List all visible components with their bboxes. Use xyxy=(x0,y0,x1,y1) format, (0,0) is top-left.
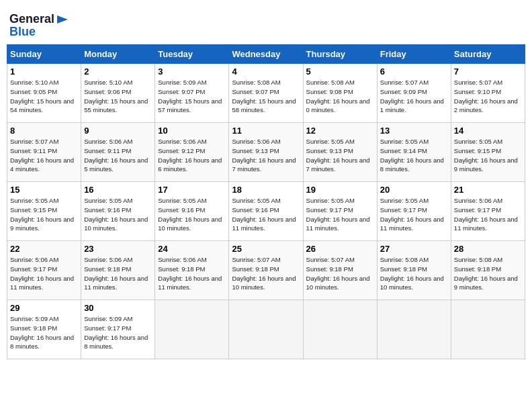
calendar-cell: 15 Sunrise: 5:05 AM Sunset: 9:15 PM Dayl… xyxy=(7,182,81,241)
day-info: Sunrise: 5:06 AM Sunset: 9:18 PM Dayligh… xyxy=(84,255,152,292)
day-info: Sunrise: 5:10 AM Sunset: 9:05 PM Dayligh… xyxy=(10,78,78,115)
day-number: 21 xyxy=(454,185,522,195)
calendar-cell: 29 Sunrise: 5:09 AM Sunset: 9:18 PM Dayl… xyxy=(7,300,81,359)
calendar-cell: 14 Sunrise: 5:05 AM Sunset: 9:15 PM Dayl… xyxy=(451,123,525,182)
day-info: Sunrise: 5:07 AM Sunset: 9:09 PM Dayligh… xyxy=(380,78,448,115)
day-info: Sunrise: 5:05 AM Sunset: 9:17 PM Dayligh… xyxy=(380,196,448,233)
day-number: 30 xyxy=(84,303,152,313)
day-info: Sunrise: 5:06 AM Sunset: 9:13 PM Dayligh… xyxy=(232,137,300,174)
calendar-cell: 18 Sunrise: 5:05 AM Sunset: 9:16 PM Dayl… xyxy=(229,182,303,241)
day-info: Sunrise: 5:08 AM Sunset: 9:08 PM Dayligh… xyxy=(306,78,374,115)
calendar-cell: 9 Sunrise: 5:06 AM Sunset: 9:11 PM Dayli… xyxy=(81,123,155,182)
day-info: Sunrise: 5:07 AM Sunset: 9:10 PM Dayligh… xyxy=(454,78,522,115)
calendar-cell: 6 Sunrise: 5:07 AM Sunset: 9:09 PM Dayli… xyxy=(377,64,451,123)
day-number: 17 xyxy=(158,185,226,195)
day-number: 3 xyxy=(158,66,226,77)
calendar-cell: 28 Sunrise: 5:08 AM Sunset: 9:18 PM Dayl… xyxy=(451,241,525,300)
calendar-cell: 2 Sunrise: 5:10 AM Sunset: 9:06 PM Dayli… xyxy=(81,64,155,123)
calendar-cell: 21 Sunrise: 5:06 AM Sunset: 9:17 PM Dayl… xyxy=(451,182,525,241)
day-number: 8 xyxy=(10,126,78,136)
day-number: 29 xyxy=(10,303,78,313)
day-number: 4 xyxy=(232,66,300,77)
day-info: Sunrise: 5:06 AM Sunset: 9:17 PM Dayligh… xyxy=(10,255,78,292)
day-info: Sunrise: 5:08 AM Sunset: 9:07 PM Dayligh… xyxy=(232,78,300,115)
calendar-cell: 19 Sunrise: 5:05 AM Sunset: 9:17 PM Dayl… xyxy=(303,182,377,241)
logo-general: General xyxy=(9,12,54,26)
calendar-cell: 30 Sunrise: 5:09 AM Sunset: 9:17 PM Dayl… xyxy=(81,300,155,359)
calendar-cell: 24 Sunrise: 5:06 AM Sunset: 9:18 PM Dayl… xyxy=(155,241,229,300)
day-number: 12 xyxy=(306,126,374,136)
calendar-cell: 25 Sunrise: 5:07 AM Sunset: 9:18 PM Dayl… xyxy=(229,241,303,300)
day-number: 2 xyxy=(84,66,152,77)
calendar-cell: 27 Sunrise: 5:08 AM Sunset: 9:18 PM Dayl… xyxy=(377,241,451,300)
calendar-cell: 23 Sunrise: 5:06 AM Sunset: 9:18 PM Dayl… xyxy=(81,241,155,300)
day-of-week-header: Saturday xyxy=(451,45,525,64)
day-number: 27 xyxy=(380,244,448,254)
calendar-cell: 26 Sunrise: 5:07 AM Sunset: 9:18 PM Dayl… xyxy=(303,241,377,300)
calendar-cell: 10 Sunrise: 5:06 AM Sunset: 9:12 PM Dayl… xyxy=(155,123,229,182)
day-of-week-header: Tuesday xyxy=(155,45,229,64)
day-info: Sunrise: 5:05 AM Sunset: 9:17 PM Dayligh… xyxy=(306,196,374,233)
calendar-table: SundayMondayTuesdayWednesdayThursdayFrid… xyxy=(7,44,525,359)
day-of-week-header: Friday xyxy=(377,45,451,64)
day-info: Sunrise: 5:05 AM Sunset: 9:14 PM Dayligh… xyxy=(380,137,448,174)
calendar-cell: 13 Sunrise: 5:05 AM Sunset: 9:14 PM Dayl… xyxy=(377,123,451,182)
calendar-cell: 11 Sunrise: 5:06 AM Sunset: 9:13 PM Dayl… xyxy=(229,123,303,182)
day-number: 15 xyxy=(10,185,78,195)
calendar-cell: 7 Sunrise: 5:07 AM Sunset: 9:10 PM Dayli… xyxy=(451,64,525,123)
day-info: Sunrise: 5:07 AM Sunset: 9:11 PM Dayligh… xyxy=(10,137,78,174)
calendar-cell: 12 Sunrise: 5:05 AM Sunset: 9:13 PM Dayl… xyxy=(303,123,377,182)
calendar-cell: 20 Sunrise: 5:05 AM Sunset: 9:17 PM Dayl… xyxy=(377,182,451,241)
day-info: Sunrise: 5:07 AM Sunset: 9:18 PM Dayligh… xyxy=(232,255,300,292)
day-info: Sunrise: 5:08 AM Sunset: 9:18 PM Dayligh… xyxy=(454,255,522,292)
day-number: 26 xyxy=(306,244,374,254)
day-info: Sunrise: 5:10 AM Sunset: 9:06 PM Dayligh… xyxy=(84,78,152,115)
svg-marker-0 xyxy=(57,15,68,24)
day-number: 14 xyxy=(454,126,522,136)
day-number: 16 xyxy=(84,185,152,195)
day-number: 11 xyxy=(232,126,300,136)
day-info: Sunrise: 5:05 AM Sunset: 9:13 PM Dayligh… xyxy=(306,137,374,174)
calendar-cell: 17 Sunrise: 5:05 AM Sunset: 9:16 PM Dayl… xyxy=(155,182,229,241)
day-info: Sunrise: 5:05 AM Sunset: 9:15 PM Dayligh… xyxy=(10,196,78,233)
day-info: Sunrise: 5:06 AM Sunset: 9:18 PM Dayligh… xyxy=(158,255,226,292)
day-info: Sunrise: 5:05 AM Sunset: 9:16 PM Dayligh… xyxy=(158,196,226,233)
day-info: Sunrise: 5:06 AM Sunset: 9:12 PM Dayligh… xyxy=(158,137,226,174)
day-number: 5 xyxy=(306,66,374,77)
day-of-week-header: Thursday xyxy=(303,45,377,64)
day-of-week-header: Monday xyxy=(81,45,155,64)
day-info: Sunrise: 5:06 AM Sunset: 9:11 PM Dayligh… xyxy=(84,137,152,174)
day-number: 6 xyxy=(380,66,448,77)
day-info: Sunrise: 5:05 AM Sunset: 9:16 PM Dayligh… xyxy=(232,196,300,233)
calendar-cell: 3 Sunrise: 5:09 AM Sunset: 9:07 PM Dayli… xyxy=(155,64,229,123)
day-number: 18 xyxy=(232,185,300,195)
calendar-cell xyxy=(229,300,303,359)
day-number: 7 xyxy=(454,66,522,77)
day-number: 24 xyxy=(158,244,226,254)
day-info: Sunrise: 5:05 AM Sunset: 9:15 PM Dayligh… xyxy=(454,137,522,174)
day-number: 10 xyxy=(158,126,226,136)
day-number: 23 xyxy=(84,244,152,254)
day-info: Sunrise: 5:06 AM Sunset: 9:17 PM Dayligh… xyxy=(454,196,522,233)
day-number: 25 xyxy=(232,244,300,254)
day-number: 20 xyxy=(380,185,448,195)
calendar-cell xyxy=(155,300,229,359)
calendar-cell: 8 Sunrise: 5:07 AM Sunset: 9:11 PM Dayli… xyxy=(7,123,81,182)
day-number: 1 xyxy=(10,66,78,77)
calendar-cell: 4 Sunrise: 5:08 AM Sunset: 9:07 PM Dayli… xyxy=(229,64,303,123)
day-info: Sunrise: 5:09 AM Sunset: 9:07 PM Dayligh… xyxy=(158,78,226,115)
calendar-cell: 1 Sunrise: 5:10 AM Sunset: 9:05 PM Dayli… xyxy=(7,64,81,123)
day-of-week-header: Sunday xyxy=(7,45,81,64)
day-number: 22 xyxy=(10,244,78,254)
day-info: Sunrise: 5:09 AM Sunset: 9:17 PM Dayligh… xyxy=(84,314,152,351)
calendar-cell: 5 Sunrise: 5:08 AM Sunset: 9:08 PM Dayli… xyxy=(303,64,377,123)
calendar-cell xyxy=(303,300,377,359)
logo-blue: Blue xyxy=(9,25,36,39)
day-info: Sunrise: 5:09 AM Sunset: 9:18 PM Dayligh… xyxy=(10,314,78,351)
day-of-week-header: Wednesday xyxy=(229,45,303,64)
calendar-cell: 16 Sunrise: 5:05 AM Sunset: 9:16 PM Dayl… xyxy=(81,182,155,241)
day-number: 28 xyxy=(454,244,522,254)
day-number: 13 xyxy=(380,126,448,136)
day-number: 19 xyxy=(306,185,374,195)
day-number: 9 xyxy=(84,126,152,136)
